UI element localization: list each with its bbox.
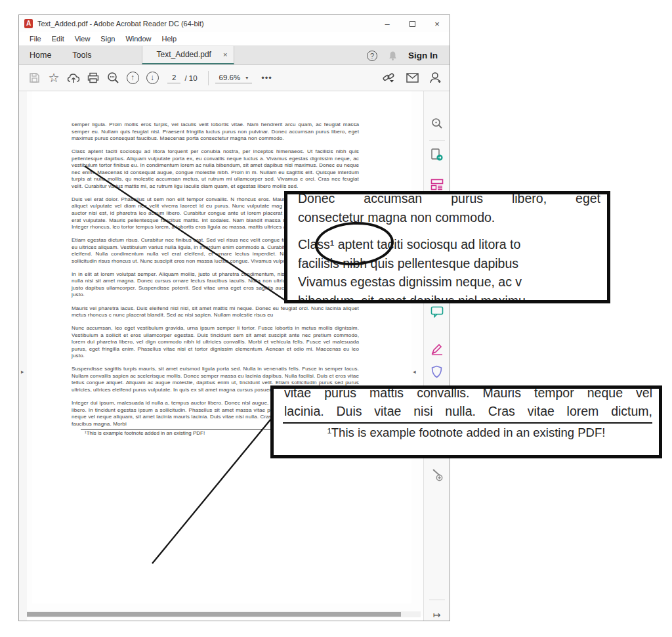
comment-icon	[430, 306, 444, 318]
add-tools-icon	[430, 468, 444, 481]
title-bar: A Text_Added.pdf - Adobe Acrobat Reader …	[19, 15, 450, 32]
zoom-value: 69.6%	[219, 74, 241, 81]
magnified-callout-top: Donec accumsan purus libero, eget consec…	[284, 191, 610, 303]
scrollbar-thumb[interactable]	[27, 612, 401, 617]
envelope-icon	[406, 73, 419, 83]
organize-pages-icon	[430, 179, 444, 190]
page-number-input[interactable]: 2	[167, 72, 180, 83]
tab-home[interactable]: Home	[19, 46, 62, 64]
print-button[interactable]	[83, 68, 103, 88]
document-tab-label: Text_Added.pdf	[157, 50, 211, 59]
account-button[interactable]	[426, 68, 446, 88]
search-button[interactable]	[430, 116, 444, 131]
toolbar-divider	[208, 71, 209, 85]
menu-file[interactable]: File	[24, 33, 47, 45]
pdf-page: semper ligula. Proin mollis eros turpis,…	[32, 91, 411, 604]
search-icon	[431, 118, 443, 129]
export-pdf-icon	[430, 148, 444, 162]
tab-tools[interactable]: Tools	[62, 46, 102, 64]
email-button[interactable]	[402, 68, 422, 88]
pane-divider	[429, 600, 445, 600]
arrow-down-circle-icon: ↓	[146, 72, 159, 84]
document-view: semper ligula. Proin mollis eros turpis,…	[27, 91, 425, 616]
search-tools-button[interactable]	[103, 68, 123, 88]
open-tools-pane-button[interactable]: ↦	[430, 607, 444, 622]
menu-bar: File Edit View Sign Window Help	[19, 32, 450, 46]
printer-icon	[87, 72, 99, 83]
protect-button[interactable]	[430, 364, 444, 379]
next-page-button[interactable]: ↓	[142, 68, 162, 88]
link-icon	[382, 72, 396, 84]
cloud-upload-icon	[67, 72, 80, 84]
left-panel-toggle[interactable]: ▸	[21, 368, 24, 375]
tab-bar: Home Tools Text_Added.pdf × ? Sign In	[19, 46, 450, 65]
organize-pages-button[interactable]	[430, 177, 444, 192]
save-floppy-icon	[29, 72, 40, 83]
paragraph: Class aptent taciti sociosqu ad litora t…	[72, 148, 359, 190]
footnote-separator-magnified	[283, 422, 652, 424]
comment-button[interactable]	[430, 305, 444, 319]
callout-line: Donec accumsan purus libero, eget	[298, 191, 600, 208]
callout-line: lacinia. Duis vitae nisi nulla. Cras vit…	[284, 403, 652, 421]
share-link-button[interactable]	[379, 68, 398, 88]
save-button[interactable]	[24, 68, 44, 88]
menu-sign[interactable]: Sign	[95, 33, 120, 45]
menu-window[interactable]: Window	[120, 33, 156, 45]
pen-icon	[430, 343, 444, 355]
previous-page-button[interactable]: ↑	[123, 68, 142, 88]
zoom-level-dropdown[interactable]: 69.6% ▾	[215, 72, 253, 83]
maximize-icon	[410, 21, 415, 27]
paragraph: semper ligula. Proin mollis eros turpis,…	[72, 121, 359, 143]
arrow-up-circle-icon: ↑	[127, 72, 139, 84]
magnified-callout-bottom: vitae purus mattis convallis. Mauris tem…	[270, 385, 662, 458]
window-title: Text_Added.pdf - Adobe Acrobat Reader DC…	[37, 20, 204, 28]
callout-line: bibendum, sit amet dapibus nisl maximu	[298, 292, 600, 304]
shield-icon	[431, 365, 442, 378]
fill-sign-button[interactable]	[430, 342, 444, 357]
more-tools-button-pane[interactable]	[430, 467, 444, 481]
minimize-button[interactable]: –	[375, 15, 400, 32]
horizontal-scrollbar[interactable]	[27, 611, 421, 617]
more-tools-button[interactable]: •••	[261, 73, 272, 83]
star-favorites-button[interactable]: ☆	[44, 68, 64, 88]
menu-view[interactable]: View	[70, 33, 96, 45]
magnifier-dots-icon	[107, 72, 119, 84]
chevron-down-icon: ▾	[245, 75, 248, 81]
paragraph: Nunc accumsan, leo eget vestibulum gravi…	[72, 325, 359, 360]
star-icon: ☆	[48, 70, 59, 85]
tools-pane-toggle[interactable]: ◂	[413, 368, 416, 375]
screenshot-canvas: A Text_Added.pdf - Adobe Acrobat Reader …	[0, 0, 672, 637]
maximize-button[interactable]	[400, 15, 425, 32]
help-icon[interactable]: ?	[367, 51, 377, 61]
paragraph: Mauris vel pharetra lacus. Duis eleifend…	[72, 305, 359, 319]
page-count-label: / 10	[184, 74, 197, 82]
adobe-acrobat-icon: A	[24, 19, 33, 28]
footnote-separator	[81, 429, 284, 429]
acrobat-window: A Text_Added.pdf - Adobe Acrobat Reader …	[18, 14, 450, 621]
export-pdf-button[interactable]	[430, 148, 444, 162]
left-panel-strip	[19, 91, 27, 621]
tools-pane: ↦	[423, 91, 450, 621]
sign-in-button[interactable]: Sign In	[408, 51, 443, 60]
person-add-icon	[429, 72, 442, 84]
footnote-text-magnified: ¹This is example footnote added in an ex…	[274, 426, 659, 440]
tab-document[interactable]: Text_Added.pdf ×	[142, 46, 235, 64]
pane-divider	[429, 140, 445, 141]
callout-line: vitae purus mattis convallis. Mauris tem…	[284, 385, 652, 403]
notifications-bell-icon[interactable]	[388, 51, 398, 61]
toolbar: ☆	[19, 65, 450, 91]
open-pane-arrow-icon: ↦	[433, 609, 441, 620]
callout-line: Vivamus egestas dignissim neque, ac v	[298, 273, 600, 292]
menu-help[interactable]: Help	[157, 33, 182, 45]
close-tab-icon[interactable]: ×	[223, 51, 227, 58]
share-cloud-button[interactable]	[64, 68, 83, 88]
menu-edit[interactable]: Edit	[47, 33, 70, 45]
close-button[interactable]: ×	[425, 15, 450, 32]
